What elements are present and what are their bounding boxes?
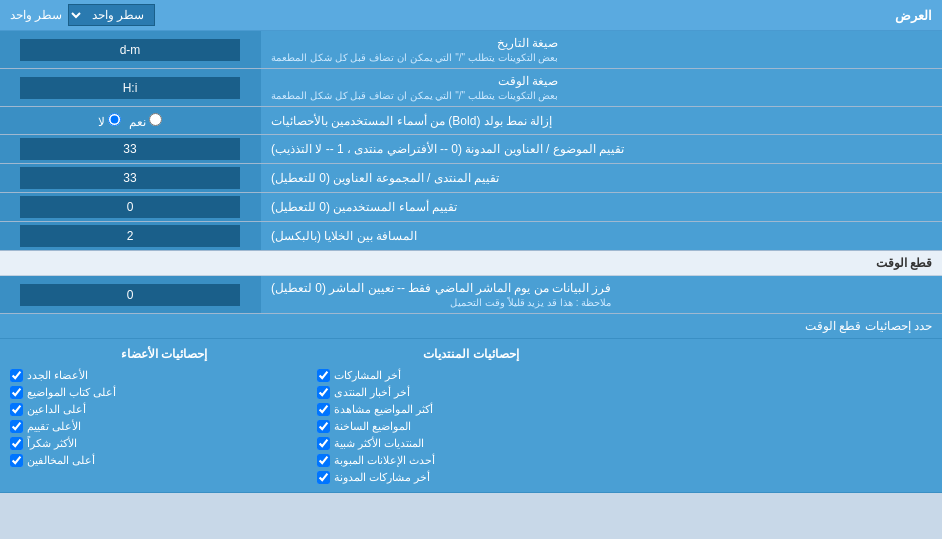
time-format-input-container bbox=[0, 69, 260, 106]
realtime-section-header: قطع الوقت bbox=[0, 251, 942, 276]
checkbox-item-top-rated: الأعلى تقييم bbox=[10, 420, 317, 433]
checkboxes-grid: إحصائيات المنتديات أخر المشاركات أخر أخب… bbox=[10, 347, 932, 484]
checkbox-item-most-thanked: الأكثر شكراً bbox=[10, 437, 317, 450]
checkbox-new-members[interactable] bbox=[10, 369, 23, 382]
entries-gap-row: المسافة بين الخلايا (بالبكسل) bbox=[0, 222, 942, 251]
checkbox-item-hot-topics: المواضيع الساخنة bbox=[317, 420, 624, 433]
bold-no-radio[interactable] bbox=[108, 113, 121, 126]
checkbox-item-blog-posts: أخر مشاركات المدونة bbox=[317, 471, 624, 484]
topics-order-label: تقييم الموضوع / العناوين المدونة (0 -- ا… bbox=[260, 135, 942, 163]
realtime-filter-input-container bbox=[0, 276, 260, 313]
entries-gap-input[interactable] bbox=[20, 225, 240, 247]
users-order-row: تقييم أسماء المستخدمين (0 للتعطيل) bbox=[0, 193, 942, 222]
date-format-input-container bbox=[0, 31, 260, 68]
topics-order-input-container bbox=[0, 135, 260, 163]
checkbox-top-inviters[interactable] bbox=[10, 403, 23, 416]
users-order-label: تقييم أسماء المستخدمين (0 للتعطيل) bbox=[260, 193, 942, 221]
bold-radio-group: نعم لا bbox=[90, 113, 171, 129]
bold-remove-label: إزالة نمط بولد (Bold) من أسماء المستخدمي… bbox=[260, 107, 942, 134]
checkbox-item-forum-news: أخر أخبار المنتدى bbox=[317, 386, 624, 399]
checkbox-item-classifieds: أحدث الإعلانات المبوبة bbox=[317, 454, 624, 467]
checkbox-item-top-topic-writers: أعلى كتاب المواضيع bbox=[10, 386, 317, 399]
checkbox-item-recent-posts: أخر المشاركات bbox=[317, 369, 624, 382]
forum-order-input[interactable] bbox=[20, 167, 240, 189]
bold-remove-row: إزالة نمط بولد (Bold) من أسماء المستخدمي… bbox=[0, 107, 942, 135]
checkbox-top-rated[interactable] bbox=[10, 420, 23, 433]
checkbox-recent-posts[interactable] bbox=[317, 369, 330, 382]
topics-order-row: تقييم الموضوع / العناوين المدونة (0 -- ا… bbox=[0, 135, 942, 164]
bold-no-label: لا bbox=[98, 113, 121, 129]
stats-limit-row: حدد إحصائيات قطع الوقت bbox=[0, 314, 942, 339]
checkbox-top-violators[interactable] bbox=[10, 454, 23, 467]
users-order-input[interactable] bbox=[20, 196, 240, 218]
realtime-filter-label: فرز البيانات من يوم الماشر الماضي فقط --… bbox=[260, 276, 942, 313]
checkbox-blog-posts[interactable] bbox=[317, 471, 330, 484]
time-format-label: صيغة الوقت بعض التكوينات يتطلب "/" التي … bbox=[260, 69, 942, 106]
checkbox-col-forums: إحصائيات المنتديات أخر المشاركات أخر أخب… bbox=[317, 347, 624, 484]
checkbox-item-top-inviters: أعلى الداعين bbox=[10, 403, 317, 416]
display-mode-select[interactable]: سطر واحد سطرين ثلاثة أسطر bbox=[68, 4, 155, 26]
entries-gap-input-container bbox=[0, 222, 260, 250]
forum-order-row: تقييم المنتدى / المجموعة العناوين (0 للت… bbox=[0, 164, 942, 193]
checkbox-item-new-members: الأعضاء الجدد bbox=[10, 369, 317, 382]
entries-gap-label: المسافة بين الخلايا (بالبكسل) bbox=[260, 222, 942, 250]
checkboxes-section: إحصائيات المنتديات أخر المشاركات أخر أخب… bbox=[0, 339, 942, 493]
realtime-filter-input[interactable] bbox=[20, 284, 240, 306]
users-order-input-container bbox=[0, 193, 260, 221]
checkbox-item-similar-forums: المنتديات الأكثر شبية bbox=[317, 437, 624, 450]
checkbox-item-most-viewed: أكثر المواضيع مشاهدة bbox=[317, 403, 624, 416]
dropdown-label: سطر واحد bbox=[10, 8, 62, 22]
date-format-label: صيغة التاريخ بعض التكوينات يتطلب "/" الت… bbox=[260, 31, 942, 68]
checkbox-top-topic-writers[interactable] bbox=[10, 386, 23, 399]
date-format-row: صيغة التاريخ بعض التكوينات يتطلب "/" الت… bbox=[0, 31, 942, 69]
checkbox-forum-news[interactable] bbox=[317, 386, 330, 399]
forum-order-input-container bbox=[0, 164, 260, 192]
checkbox-most-thanked[interactable] bbox=[10, 437, 23, 450]
topics-order-input[interactable] bbox=[20, 138, 240, 160]
main-container: العرض سطر واحد سطرين ثلاثة أسطر سطر واحد… bbox=[0, 0, 942, 493]
checkbox-hot-topics[interactable] bbox=[317, 420, 330, 433]
checkbox-most-viewed[interactable] bbox=[317, 403, 330, 416]
date-format-input[interactable] bbox=[20, 39, 240, 61]
time-format-input[interactable] bbox=[20, 77, 240, 99]
checkbox-col-members: إحصائيات الأعضاء الأعضاء الجدد أعلى كتاب… bbox=[10, 347, 317, 484]
time-format-row: صيغة الوقت بعض التكوينات يتطلب "/" التي … bbox=[0, 69, 942, 107]
bold-yes-label: نعم bbox=[129, 113, 162, 129]
checkbox-classifieds[interactable] bbox=[317, 454, 330, 467]
realtime-filter-row: فرز البيانات من يوم الماشر الماضي فقط --… bbox=[0, 276, 942, 314]
bold-yes-radio[interactable] bbox=[149, 113, 162, 126]
header-row: العرض سطر واحد سطرين ثلاثة أسطر سطر واحد bbox=[0, 0, 942, 31]
checkbox-col-empty bbox=[625, 347, 932, 484]
forum-order-label: تقييم المنتدى / المجموعة العناوين (0 للت… bbox=[260, 164, 942, 192]
header-title: العرض bbox=[895, 8, 932, 23]
checkbox-similar-forums[interactable] bbox=[317, 437, 330, 450]
checkbox-item-top-violators: أعلى المخالفين bbox=[10, 454, 317, 467]
bold-remove-input-container: نعم لا bbox=[0, 107, 260, 134]
